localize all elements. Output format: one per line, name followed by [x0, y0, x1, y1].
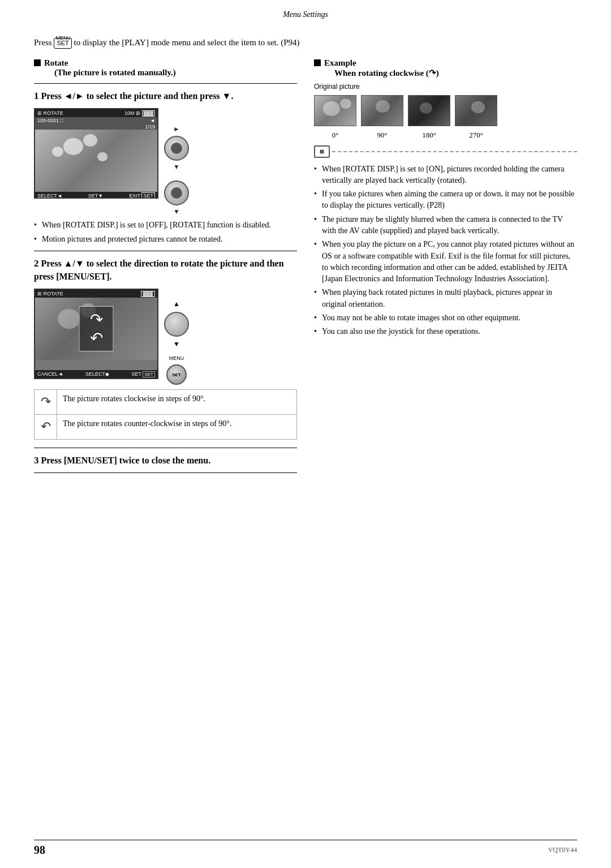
divider	[34, 83, 297, 84]
screen1-counter-bar: 100-0001 □ ◄	[35, 117, 157, 124]
right-bullet-5: When playing back rotated pictures in mu…	[314, 287, 577, 310]
right-bullet-2: If you take pictures when aiming the cam…	[314, 188, 577, 212]
step1-text: Press ◄/► to select the picture and then…	[41, 91, 234, 101]
right-bullet-6: You may not be able to rotate images sho…	[314, 312, 577, 324]
right-column-bullets: When [ROTATE DISP.] is set to [ON], pict…	[314, 164, 577, 338]
screen2-flower-1	[58, 309, 80, 329]
joystick-step1: ► ▼ ▼	[164, 125, 189, 216]
screen2-set-label: SET SET	[132, 371, 155, 377]
degree-270: 270°	[455, 131, 497, 140]
right-column: Example When rotating clockwise (↷) Orig…	[314, 58, 577, 479]
joystick2-circle	[164, 312, 189, 337]
screen1-frame: ◄	[150, 118, 155, 123]
step3-heading: 3 Press [MENU/SET] twice to close the me…	[34, 454, 297, 467]
degree-180: 180°	[408, 131, 450, 140]
page-number: 98	[34, 844, 45, 857]
screen1-select-label: SELECT◄	[37, 193, 62, 199]
screen2-bottom-bar: CANCEL◄ SELECT◆ SET SET	[35, 370, 157, 378]
screen2-rotate-label: ⊞ ROTATE	[37, 291, 63, 297]
step2-number: 2	[34, 258, 39, 269]
screen1-counter: 100-0001 □	[37, 118, 63, 123]
original-label: Original picture	[314, 83, 577, 91]
example-img-180deg	[408, 95, 450, 126]
step1-bullets: When [ROTATE DISP.] is set to [OFF], [RO…	[34, 220, 297, 245]
rotation-overlay: ↷ ↶	[79, 306, 114, 351]
step2-heading: 2 Press ▲/▼ to select the direction to r…	[34, 257, 297, 283]
screen2-cancel-label: CANCEL◄	[37, 371, 63, 377]
divider-3	[34, 448, 297, 448]
black-square-icon-2	[314, 59, 321, 66]
rotate-ccw-arrow: ↶	[90, 329, 103, 347]
flower-blob-2	[83, 134, 97, 147]
screen1-rotate-label: ⊞ ROTATE	[37, 110, 63, 116]
joystick-step2: ▲ ▼ MENU SET	[164, 300, 189, 385]
camera-step1-container: ⊞ ROTATE 10M ⊞ ▓▓▓ 100-0001 □ ◄ 1/19	[34, 108, 297, 216]
step1-bullet-1: When [ROTATE DISP.] is set to [OFF], [RO…	[34, 220, 297, 231]
screen1-right-info: 10M ⊞ ▓▓▓	[124, 110, 155, 116]
rotate-ccw-desc-cell: The picture rotates counter-clockwise in…	[57, 414, 297, 439]
divider-2	[34, 251, 297, 251]
flower-blob-3	[52, 147, 63, 157]
camera-screen-1: ⊞ ROTATE 10M ⊞ ▓▓▓ 100-0001 □ ◄ 1/19	[34, 108, 158, 199]
step3-text-content: Press [MENU/SET] twice to close the menu…	[41, 456, 211, 465]
example-degrees-row: 0° 90° 180° 270°	[314, 131, 577, 140]
rotate-subtitle: (The picture is rotated manually.)	[54, 68, 176, 78]
right-bullet-4: When you play the picture on a PC, you c…	[314, 239, 577, 285]
flower-blob-1	[63, 138, 83, 155]
menu-label: MENU	[169, 355, 184, 361]
screen2-select-label: SELECT◆	[85, 371, 109, 377]
rotate-cw-symbol: ↷	[41, 394, 51, 409]
step2-text: Press ▲/▼ to select the direction to rot…	[34, 259, 284, 281]
screen1-frame-count: 1/19	[35, 124, 157, 130]
example-title: Example	[324, 58, 439, 68]
divider-4	[34, 472, 297, 473]
screen2-image-area: ↷ ↶	[35, 298, 157, 360]
dashed-divider-row: ⊞	[314, 145, 577, 158]
black-square-icon	[34, 59, 41, 66]
screen2-battery: ▓▓▓	[141, 291, 156, 297]
example-images-container: Original picture	[314, 83, 577, 140]
page-footer: 98 VQT0Y44	[34, 840, 577, 857]
step1-bullet-2: Motion pictures and protected pictures c…	[34, 234, 297, 245]
rotate-table-row-2: ↶ The picture rotates counter-clockwise …	[35, 414, 297, 439]
step3-number: 3	[34, 455, 39, 466]
intro-text: Press MENUSET to display the [PLAY] mode…	[34, 36, 577, 49]
flower-blob-4	[97, 152, 107, 161]
right-bullet-1: When [ROTATE DISP.] is set to [ON], pict…	[314, 164, 577, 187]
screen1-image	[35, 130, 157, 192]
screen1-exit-label: EXIT SET	[129, 193, 155, 199]
left-column: Rotate (The picture is rotated manually.…	[34, 58, 297, 479]
step1-number: 1	[34, 91, 39, 101]
menu-set-icon: SET	[166, 364, 187, 385]
joystick2-up-arrow: ▲	[173, 300, 180, 308]
rotate-direction-table: ↷ The picture rotates clockwise in steps…	[34, 389, 297, 440]
screen1-set-label: SET▼	[88, 193, 103, 199]
joystick2-down-arrow: ▼	[173, 340, 180, 349]
rotate-cw-desc-cell: The picture rotates clockwise in steps o…	[57, 390, 297, 415]
joystick-right-arrow: ►	[173, 125, 180, 134]
rotate-ccw-symbol: ↶	[41, 419, 51, 433]
degree-0: 0°	[314, 131, 356, 140]
right-bullet-3: The picture may be slightly blurred when…	[314, 214, 577, 237]
example-subtitle: When rotating clockwise (↷)	[334, 68, 439, 78]
joystick-circle-2	[164, 181, 189, 205]
joystick-circle-1	[164, 136, 189, 161]
camera-step2-container: ⊞ ROTATE ▓▓▓ ↷ ↶ CANCEL◄	[34, 289, 297, 385]
step1-heading: 1 Press ◄/► to select the picture and th…	[34, 89, 297, 103]
screen2-top-bar: ⊞ ROTATE ▓▓▓	[35, 290, 157, 298]
joystick-down-arrow: ▼	[173, 163, 180, 171]
menu-icon: MENUSET	[54, 38, 71, 49]
camera-screen-2: ⊞ ROTATE ▓▓▓ ↷ ↶ CANCEL◄	[34, 289, 158, 379]
screen1-bottom-bar: SELECT◄ SET▼ EXIT SET	[35, 192, 157, 199]
rotate-cw-symbol-cell: ↷	[35, 390, 57, 415]
model-number: VQT0Y44	[548, 846, 577, 854]
rotate-title: Rotate	[44, 58, 176, 68]
rotate-table-row-1: ↷ The picture rotates clockwise in steps…	[35, 390, 297, 415]
joystick-down-arrow-2: ▼	[173, 208, 180, 216]
header-title: Menu Settings	[283, 10, 328, 19]
note-icon: ⊞	[314, 145, 330, 158]
set-label: SET	[172, 372, 181, 377]
example-images-row	[314, 95, 577, 126]
example-img-270deg	[455, 95, 497, 126]
degree-90: 90°	[361, 131, 403, 140]
